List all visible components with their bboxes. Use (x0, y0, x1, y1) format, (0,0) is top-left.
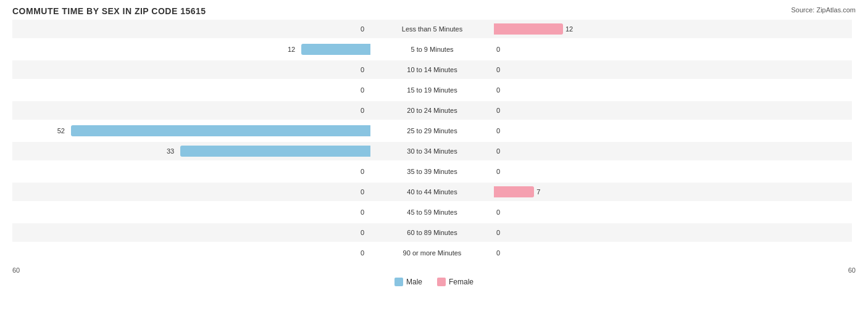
row-label: 40 to 44 Minutes (370, 183, 494, 201)
row-label: 25 to 29 Minutes (370, 122, 494, 140)
legend-male: Male (394, 278, 422, 286)
legend-male-label: Male (406, 278, 422, 286)
chart-area: 012Less than 5 Minutes1205 to 9 Minutes0… (12, 20, 856, 264)
legend-female-box (437, 278, 446, 286)
legend-female: Female (437, 278, 474, 286)
chart-container: COMMUTE TIME BY SEX IN ZIP CODE 15615 So… (0, 0, 868, 322)
female-value-zero: 0 (496, 122, 500, 140)
male-value-zero: 0 (361, 162, 364, 181)
chart-title: COMMUTE TIME BY SEX IN ZIP CODE 15615 (12, 6, 206, 16)
female-value-zero: 0 (496, 203, 500, 221)
axis-left-label: 60 (12, 266, 20, 274)
male-value-zero: 0 (361, 203, 364, 221)
female-value: 12 (565, 20, 573, 38)
male-value-zero: 0 (361, 101, 364, 120)
row-label: 35 to 39 Minutes (370, 162, 494, 181)
source-text: Source: ZipAtlas.com (791, 6, 856, 14)
row-label: 10 to 14 Minutes (370, 60, 494, 79)
male-value: 33 (167, 142, 174, 160)
male-value-zero: 0 (361, 20, 364, 38)
legend-female-label: Female (449, 278, 474, 286)
male-value-zero: 0 (361, 60, 364, 79)
female-value: 7 (536, 183, 540, 201)
female-bar (494, 186, 534, 197)
female-value-zero: 0 (496, 81, 500, 99)
female-value-zero: 0 (496, 142, 500, 160)
row-label: 30 to 34 Minutes (370, 142, 494, 160)
male-value-zero: 0 (361, 244, 364, 262)
male-value-zero: 0 (361, 81, 364, 99)
row-label: 90 or more Minutes (370, 244, 494, 262)
legend: Male Female (12, 278, 856, 286)
axis-bottom: 60 60 (12, 264, 856, 274)
male-value: 12 (288, 40, 295, 59)
row-label: 5 to 9 Minutes (370, 40, 494, 59)
female-bar (494, 23, 563, 35)
female-value-zero: 0 (496, 40, 500, 59)
row-label: 60 to 89 Minutes (370, 223, 494, 242)
female-value-zero: 0 (496, 223, 500, 242)
male-bar (71, 125, 370, 136)
female-value-zero: 0 (496, 244, 500, 262)
legend-male-box (394, 278, 403, 286)
male-bar (180, 146, 370, 157)
row-label: 20 to 24 Minutes (370, 101, 494, 120)
male-value-zero: 0 (361, 223, 364, 242)
row-label: 45 to 59 Minutes (370, 203, 494, 221)
male-value: 52 (57, 122, 65, 140)
female-value-zero: 0 (496, 162, 500, 181)
male-value-zero: 0 (361, 183, 364, 201)
axis-right-label: 60 (848, 266, 856, 274)
title-row: COMMUTE TIME BY SEX IN ZIP CODE 15615 So… (12, 6, 856, 16)
row-label: 15 to 19 Minutes (370, 81, 494, 99)
male-bar (301, 44, 370, 55)
row-label: Less than 5 Minutes (370, 20, 494, 38)
female-value-zero: 0 (496, 101, 500, 120)
female-value-zero: 0 (496, 60, 500, 79)
